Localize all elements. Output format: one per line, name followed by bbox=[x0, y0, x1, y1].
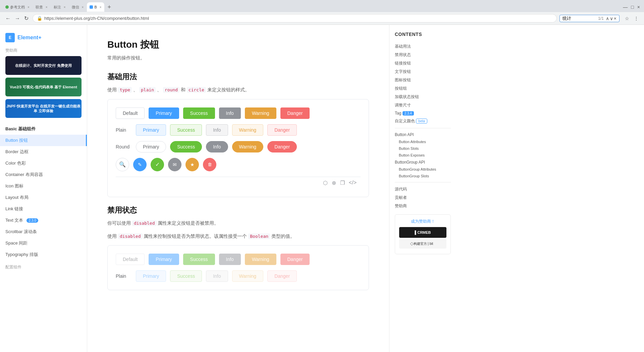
sponsor-banner-1[interactable]: 在线设计、实时开发交付 免费使用 bbox=[5, 56, 82, 75]
btn-disabled-plain-warning[interactable]: Warning bbox=[232, 270, 264, 282]
btn-plain-danger[interactable]: Danger bbox=[267, 124, 297, 136]
tag-version-badge: 2.3.4 bbox=[402, 111, 414, 116]
btn-plain-success[interactable]: Success bbox=[170, 124, 202, 136]
btn-round-warning[interactable]: Warning bbox=[232, 141, 264, 152]
btn-circle-warning[interactable]: ★ bbox=[185, 158, 199, 171]
sponsor-crmeb-logo[interactable]: ▌CRMEB bbox=[399, 227, 446, 238]
tab-biaozhu[interactable]: 标注× bbox=[51, 2, 68, 12]
sidebar-item-button[interactable]: Button 按钮 bbox=[0, 135, 87, 146]
sidebar-item-text[interactable]: Text 文本 2.3.0 bbox=[0, 215, 87, 226]
btn-round-default[interactable]: Primary bbox=[136, 141, 166, 152]
btn-round-success[interactable]: Success bbox=[170, 141, 202, 152]
btn-disabled-default[interactable]: Default bbox=[116, 254, 145, 265]
contents-btngroup-api[interactable]: ButtonGroup API bbox=[395, 159, 451, 166]
contents-basic[interactable]: 基础用法 bbox=[395, 42, 451, 51]
sponsor-bit-logo[interactable]: ⃟ 构建官方 | bit bbox=[399, 239, 446, 249]
contents-button-slots[interactable]: Button Slots bbox=[395, 145, 451, 152]
btn-disabled-info[interactable]: Info bbox=[219, 254, 241, 265]
btn-primary[interactable]: Primary bbox=[149, 107, 179, 119]
contents-custom-color[interactable]: 自定义颜色 beta bbox=[395, 117, 451, 125]
tab-cankao[interactable]: 参考文档× bbox=[3, 2, 32, 12]
toolbar-code-icon[interactable]: </> bbox=[349, 180, 357, 186]
contents-sponsors-link[interactable]: 赞助商 bbox=[395, 202, 451, 210]
sponsor-banner-2[interactable]: Vue2/3 可视化-低代码表单 基于 Element bbox=[5, 78, 82, 96]
btn-default[interactable]: Default bbox=[116, 107, 145, 119]
bookmark-button[interactable]: ☆ bbox=[624, 14, 631, 23]
btn-disabled-primary[interactable]: Primary bbox=[149, 254, 179, 265]
btn-disabled-success[interactable]: Success bbox=[183, 254, 215, 265]
btn-disabled-plain-success[interactable]: Success bbox=[170, 270, 202, 282]
search-close[interactable]: × bbox=[614, 16, 616, 21]
btn-circle-primary[interactable]: ✎ bbox=[133, 158, 147, 171]
sidebar-item-container[interactable]: Container 布局容器 bbox=[0, 169, 87, 180]
btn-circle-default[interactable]: 🔍 bbox=[116, 158, 129, 171]
code-type: type bbox=[118, 87, 132, 93]
btn-circle-info[interactable]: ✉ bbox=[168, 158, 181, 171]
btn-disabled-plain-danger[interactable]: Danger bbox=[267, 270, 297, 282]
nav-space-label: Space 间距 bbox=[5, 240, 28, 246]
btn-disabled-plain-primary[interactable]: Primary bbox=[136, 270, 166, 282]
sponsor-banner-3[interactable]: JNPF·快速开发平台 在线开发一键生成功能表单 立即体验 bbox=[5, 99, 82, 118]
btn-info[interactable]: Info bbox=[219, 107, 241, 119]
contents-text[interactable]: 文字按钮 bbox=[395, 68, 451, 76]
contents-size[interactable]: 调整尺寸 bbox=[395, 101, 451, 109]
contents-button-exposes[interactable]: Button Exposes bbox=[395, 152, 451, 159]
sidebar-item-space[interactable]: Space 间距 bbox=[0, 237, 87, 249]
sidebar-item-typography[interactable]: Typography 排版 bbox=[0, 249, 87, 260]
url-bar[interactable]: 🔒 https://element-plus.org/zh-CN/compone… bbox=[33, 14, 557, 23]
disabled-demo-box: Default Primary Success Info Warning Dan… bbox=[107, 245, 369, 290]
toolbar-copy-icon[interactable]: ❐ bbox=[340, 180, 345, 186]
contents-link[interactable]: 链接按钮 bbox=[395, 59, 451, 68]
btn-danger[interactable]: Danger bbox=[280, 107, 310, 119]
btn-plain-primary[interactable]: Primary bbox=[136, 124, 166, 136]
contents-disabled[interactable]: 禁用状态 bbox=[395, 51, 451, 59]
minimize-button[interactable]: — bbox=[622, 3, 629, 11]
btn-round-info[interactable]: Info bbox=[206, 141, 228, 152]
contents-btngroup-slots[interactable]: ButtonGroup Slots bbox=[395, 173, 451, 179]
contents-source[interactable]: 源代码 bbox=[395, 185, 451, 193]
btn-disabled-plain-info[interactable]: Info bbox=[206, 270, 228, 282]
btn-circle-success[interactable]: ✓ bbox=[151, 158, 164, 171]
contents-loading[interactable]: 加载状态按钮 bbox=[395, 93, 451, 101]
tab-weixin[interactable]: 微信× bbox=[69, 2, 87, 12]
contents-contributors[interactable]: 贡献者 bbox=[395, 193, 451, 202]
maximize-button[interactable]: □ bbox=[630, 3, 635, 11]
btn-disabled-warning[interactable]: Warning bbox=[245, 254, 276, 265]
contents-tag[interactable]: Tag 2.3.4 bbox=[395, 109, 451, 117]
contents-group[interactable]: 按钮组 bbox=[395, 84, 451, 93]
nav-layout-label: Layout 布局 bbox=[5, 194, 29, 201]
reload-button[interactable]: ↻ bbox=[23, 14, 30, 22]
sidebar-item-scrollbar[interactable]: Scrollbar 滚动条 bbox=[0, 226, 87, 237]
nav-buttons: ← → ↻ bbox=[4, 14, 30, 22]
tab-liancha[interactable]: 联查× bbox=[33, 2, 50, 12]
close-button[interactable]: × bbox=[636, 3, 641, 11]
sidebar-item-layout[interactable]: Layout 布局 bbox=[0, 192, 87, 203]
sponsor-cta[interactable]: 成为赞助商！ bbox=[399, 219, 446, 224]
toolbar-share-icon[interactable]: ⬡ bbox=[323, 180, 328, 186]
search-next[interactable]: ∨ bbox=[610, 16, 613, 21]
sidebar-item-link[interactable]: Link 链接 bbox=[0, 203, 87, 215]
sponsor-label: 赞助商 bbox=[0, 48, 87, 56]
contents-btngroup-attrs[interactable]: ButtonGroup Attributes bbox=[395, 166, 451, 173]
sidebar-item-border[interactable]: Border 边框 bbox=[0, 146, 87, 158]
sidebar-item-color[interactable]: Color 色彩 bbox=[0, 158, 87, 169]
btn-warning[interactable]: Warning bbox=[245, 107, 276, 119]
contents-button-api[interactable]: Button API bbox=[395, 131, 451, 138]
contents-button-attrs[interactable]: Button Attributes bbox=[395, 138, 451, 145]
back-button[interactable]: ← bbox=[4, 14, 12, 22]
find-input[interactable] bbox=[562, 16, 596, 21]
search-prev[interactable]: ∧ bbox=[606, 16, 609, 21]
btn-success[interactable]: Success bbox=[183, 107, 215, 119]
btn-round-danger[interactable]: Danger bbox=[267, 141, 297, 152]
sidebar-item-icon[interactable]: Icon 图标 bbox=[0, 180, 87, 192]
btn-plain-info[interactable]: Info bbox=[206, 124, 228, 136]
contents-icon[interactable]: 图标按钮 bbox=[395, 76, 451, 84]
btn-circle-danger[interactable]: 🗑 bbox=[203, 158, 216, 171]
toolbar-bug-icon[interactable]: ⊕ bbox=[332, 180, 336, 186]
btn-plain-warning[interactable]: Warning bbox=[232, 124, 264, 136]
tab-element[interactable]: B× bbox=[87, 2, 104, 12]
btn-disabled-danger[interactable]: Danger bbox=[280, 254, 310, 265]
settings-button[interactable]: ⋮ bbox=[633, 14, 640, 23]
forward-button[interactable]: → bbox=[13, 14, 21, 22]
new-tab-button[interactable]: + bbox=[105, 2, 114, 12]
